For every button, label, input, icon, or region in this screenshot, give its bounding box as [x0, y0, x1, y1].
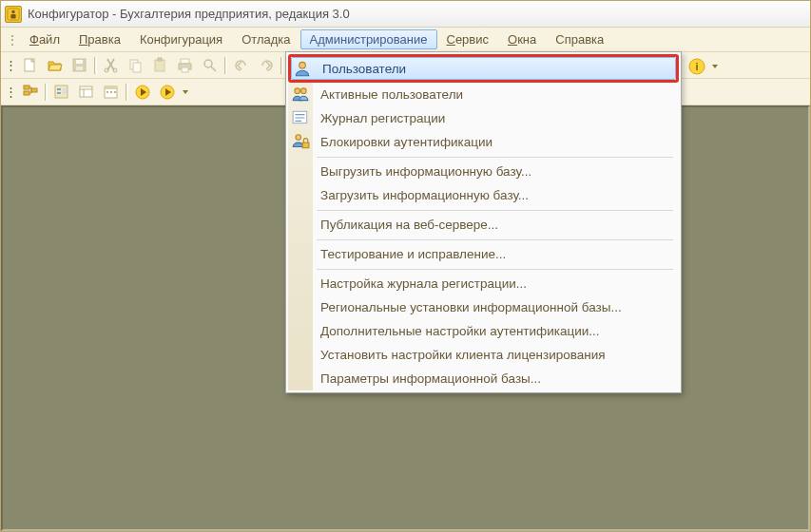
- copy-button[interactable]: [125, 55, 147, 76]
- svg-rect-6: [76, 66, 83, 70]
- user-lock-icon: [291, 132, 310, 151]
- menu-item-web-publish[interactable]: Публикация на веб-сервере...: [288, 213, 679, 237]
- menu-item-import-db-label: Загрузить информационную базу...: [320, 188, 529, 202]
- cut-button[interactable]: [100, 55, 123, 76]
- run-client-dropdown[interactable]: [181, 82, 190, 103]
- menu-service[interactable]: Сервис: [437, 29, 499, 49]
- svg-rect-23: [63, 88, 67, 94]
- menu-windows-label: кна: [517, 32, 536, 47]
- svg-point-16: [204, 60, 212, 67]
- menu-help[interactable]: Справка: [546, 29, 613, 49]
- menu-edit-label: равка: [87, 32, 121, 47]
- svg-rect-2: [10, 14, 15, 18]
- svg-point-36: [301, 88, 307, 94]
- log-icon: [291, 108, 310, 127]
- undo-button[interactable]: [230, 55, 253, 76]
- menu-file-label: айл: [39, 32, 60, 47]
- menu-debug[interactable]: Отладка: [232, 29, 299, 49]
- menu-windows[interactable]: Окна: [498, 29, 546, 49]
- menu-item-import-db[interactable]: Загрузить информационную базу...: [288, 183, 679, 207]
- menu-item-regional[interactable]: Региональные установки информационной ба…: [288, 295, 679, 319]
- menu-configuration[interactable]: Конфигурация: [130, 29, 232, 49]
- redo-button[interactable]: [255, 55, 278, 76]
- svg-rect-22: [57, 92, 61, 94]
- menu-item-active-users-label: Активные пользователи: [320, 87, 463, 102]
- svg-rect-21: [57, 88, 61, 90]
- menu-item-regional-label: Региональные установки информационной ба…: [320, 300, 622, 314]
- svg-rect-28: [110, 91, 112, 93]
- svg-rect-39: [302, 142, 309, 148]
- window-title: Конфигуратор - Бухгалтерия предприятия, …: [28, 7, 350, 21]
- menu-item-test-fix-label: Тестирование и исправление...: [320, 247, 506, 261]
- window-list-button[interactable]: [75, 82, 98, 103]
- save-button[interactable]: [68, 55, 91, 76]
- help-button-group: i: [685, 56, 720, 77]
- ext-tree-button[interactable]: [50, 82, 73, 103]
- help-button[interactable]: i: [685, 56, 708, 77]
- menu-item-export-db[interactable]: Выгрузить информационную базу...: [288, 160, 679, 183]
- svg-rect-29: [114, 91, 116, 93]
- menu-help-label: Справка: [555, 32, 604, 47]
- menu-item-auth-blocks-label: Блокировки аутентификации: [320, 135, 492, 149]
- calendar-button[interactable]: [100, 82, 123, 103]
- menu-item-license-client[interactable]: Установить настройки клиента лицензирова…: [288, 343, 679, 367]
- svg-rect-10: [133, 63, 141, 72]
- run-client-button[interactable]: [156, 82, 179, 103]
- svg-rect-18: [24, 91, 29, 95]
- toolbar-separator: [223, 56, 228, 75]
- svg-rect-15: [182, 67, 188, 72]
- run-debug-button[interactable]: [131, 82, 154, 103]
- menubar: ⋮ Файл Правка Конфигурация Отладка Админ…: [1, 28, 810, 52]
- open-file-button[interactable]: [44, 55, 67, 76]
- menu-item-license-client-label: Установить настройки клиента лицензирова…: [320, 348, 606, 362]
- administration-dropdown: Пользователи Активные пользователи Журна…: [285, 51, 682, 393]
- menu-item-extra-auth[interactable]: Дополнительные настройки аутентификации.…: [288, 319, 679, 343]
- print-button[interactable]: [174, 55, 197, 76]
- svg-rect-5: [76, 60, 83, 64]
- menu-item-log-settings[interactable]: Настройка журнала регистрации...: [288, 272, 679, 295]
- menu-service-label: ервис: [455, 32, 489, 47]
- menu-item-auth-blocks[interactable]: Блокировки аутентификации: [288, 130, 679, 154]
- help-dropdown[interactable]: [710, 56, 720, 77]
- svg-rect-13: [181, 59, 189, 64]
- svg-point-34: [299, 62, 306, 68]
- menu-item-users-label: Пользователи: [322, 62, 406, 76]
- find-button[interactable]: [199, 55, 222, 76]
- menu-item-test-fix[interactable]: Тестирование и исправление...: [288, 242, 679, 266]
- menu-item-log-settings-label: Настройка журнала регистрации...: [320, 276, 527, 291]
- app-icon: [5, 6, 22, 23]
- menu-file[interactable]: Файл: [20, 29, 69, 49]
- svg-rect-12: [158, 58, 162, 61]
- svg-rect-26: [105, 86, 117, 89]
- toolbar-separator: [125, 83, 129, 102]
- toolbar-separator: [280, 56, 284, 75]
- new-file-button[interactable]: [19, 55, 42, 76]
- menu-item-active-users[interactable]: Активные пользователи: [288, 83, 679, 106]
- svg-point-1: [11, 10, 15, 13]
- menu-item-web-publish-label: Публикация на веб-сервере...: [320, 218, 498, 232]
- menu-debug-label: Отладка: [241, 32, 290, 47]
- menu-configuration-label: Конфигурация: [140, 32, 222, 47]
- svg-rect-19: [31, 88, 37, 92]
- config-tree-button[interactable]: [19, 82, 42, 103]
- svg-point-38: [296, 135, 301, 141]
- menu-item-users[interactable]: Пользователи: [288, 54, 679, 83]
- menu-edit[interactable]: Правка: [69, 29, 130, 49]
- user-icon: [293, 59, 312, 78]
- menu-item-db-params[interactable]: Параметры информационной базы...: [288, 367, 679, 390]
- svg-rect-24: [80, 86, 92, 97]
- svg-rect-17: [24, 86, 29, 89]
- menu-administration[interactable]: Администрирование: [300, 29, 437, 49]
- menu-administration-label: Администрирование: [310, 32, 428, 47]
- menu-item-export-db-label: Выгрузить информационную базу...: [320, 164, 531, 179]
- toolbar-separator: [44, 83, 48, 102]
- titlebar: Конфигуратор - Бухгалтерия предприятия, …: [1, 1, 810, 28]
- svg-rect-11: [155, 60, 164, 71]
- toolbar-separator: [93, 56, 98, 75]
- svg-text:i: i: [695, 61, 698, 72]
- menu-item-reg-log[interactable]: Журнал регистрации: [288, 106, 679, 130]
- svg-rect-27: [106, 91, 108, 93]
- paste-button[interactable]: [149, 55, 172, 76]
- svg-point-35: [295, 88, 300, 94]
- users-icon: [291, 85, 310, 104]
